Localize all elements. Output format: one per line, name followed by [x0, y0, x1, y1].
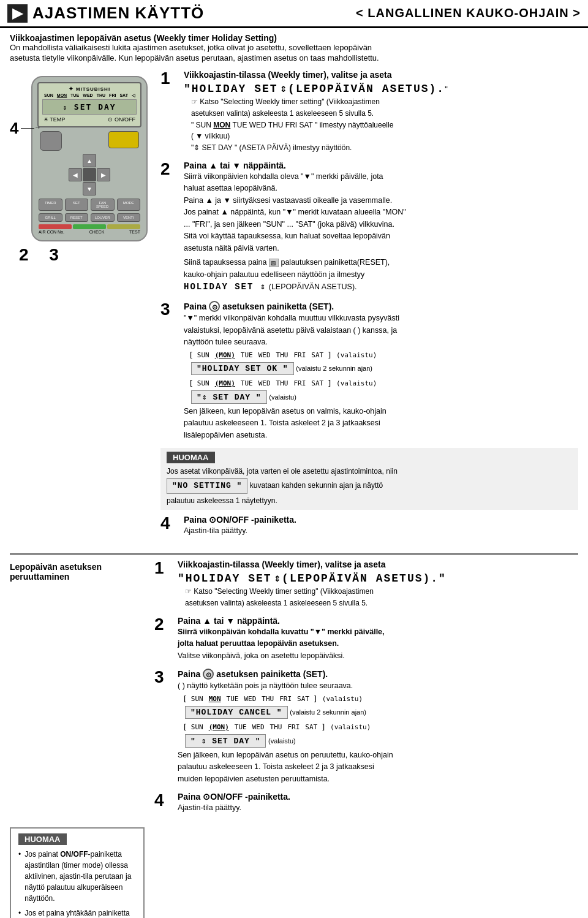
d2-mon: (MON): [213, 379, 237, 388]
lep-step-3-heading: Paina ⊙ asetuksen painiketta (SET).: [178, 669, 578, 680]
btn-mode[interactable]: MODE: [117, 199, 141, 211]
btn-fan-speed[interactable]: FAN SPEED: [91, 199, 115, 211]
lep-step-2-content: Paina ▲ tai ▼ näppäintä. Siirrä viikonpä…: [178, 616, 578, 663]
remote-screen: ✦ MITSUBISHI SUN MON TUE WED THU FRI SAT…: [37, 82, 141, 127]
lep-step-1-content: Viikkoajastin-tilassa (Weekly timer), va…: [178, 560, 578, 610]
huomaa-bullet-2: • Jos et paina yhtäkään painiketta usean…: [18, 908, 136, 918]
nav-down[interactable]: ▼: [83, 182, 96, 195]
nav-right[interactable]: ▶: [97, 168, 110, 181]
nav-center[interactable]: [83, 168, 96, 181]
ld2-fri: FRI: [285, 723, 301, 732]
lep-step-3-after3: muiden lepopäivien asetusten peruuttamis…: [178, 774, 578, 785]
lepopäivän-layout: Lepopäivän asetuksen peruuttaminen 1 Vii…: [10, 560, 578, 821]
header-icon: ▶: [7, 4, 28, 23]
remote-btn-right[interactable]: [108, 131, 139, 148]
nav-empty-tl: [69, 154, 82, 167]
d1-tue: TUE: [239, 351, 255, 360]
remote-grid-btns-2: GRILL RESET LOUVER VENTI: [37, 213, 141, 222]
lep-step-4-num: 4: [154, 792, 174, 809]
lep-step-1-note2: asetuksen valinta) askeleesta 1 askelees…: [185, 598, 578, 609]
screen-days: SUN MON TUE WED THU FRI SAT ◁: [42, 93, 137, 98]
remote-btn-left[interactable]: [40, 131, 62, 151]
nav-empty-bl: [69, 182, 82, 195]
lep-step-3-text1: ( ) näyttö kytketään pois ja näyttöön tu…: [178, 681, 578, 692]
btn-louver[interactable]: LOUVER: [91, 213, 115, 222]
status-red: [39, 224, 72, 229]
ld1-wed: WED: [242, 694, 258, 704]
btn-reset[interactable]: RESET: [65, 213, 89, 222]
lep-step-2: 2 Paina ▲ tai ▼ näppäintä. Siirrä viikon…: [154, 616, 578, 663]
huomaa-bottom-box: HUOMAA • Jos painat ON/OFF-painiketta aj…: [10, 827, 145, 918]
brand-text: MITSUBISHI: [76, 86, 110, 92]
check-label: CHECK: [89, 230, 105, 234]
onoff-icon: ⊙ ON/OFF: [108, 116, 135, 123]
day-display-2: [ SUN (MON) TUE WED THU FRI SAT ] (valai…: [189, 379, 578, 405]
nav-left[interactable]: ◀: [69, 168, 82, 181]
step-1-heading: Viikkoajastin-tilassa (Weekly timer), va…: [184, 70, 578, 80]
no-setting-box: "NO SETTING ": [167, 478, 247, 494]
main-content: 4 ——→ ✦ MITSUBISHI SUN MON TUE WED THU F…: [0, 65, 588, 548]
remote-grid-btns-1: TIMER SET FAN SPEED MODE: [37, 199, 141, 211]
d1-fri: FRI: [292, 351, 307, 360]
d2-sat: SAT: [309, 379, 325, 388]
lep-step-1: 1 Viikkoajastin-tilassa (Weekly timer), …: [154, 560, 578, 610]
nav-up[interactable]: ▲: [83, 154, 96, 167]
remote-nav-block: ▲ ◀ ▶ ▼: [37, 154, 141, 195]
step-2-content: Paina ▲ tai ▼ näppäintä. Siirrä viikonpä…: [184, 161, 578, 295]
day-fri: FRI: [109, 93, 116, 98]
step-4-block: 4 Paina ⊙ON/OFF -painiketta. Ajastin-til…: [160, 515, 578, 538]
step-1-note4: "⇕ SET DAY " (ASETA PÄIVÄ) ilmestyy näyt…: [191, 143, 578, 153]
step-2-text5: ... "FRI", ja sen jälkeen "SUN" ... "SAT…: [184, 219, 578, 230]
btn-venti[interactable]: VENTI: [117, 213, 141, 222]
bullet-1-text: Jos painat ON/OFF-painiketta ajastintila…: [24, 849, 136, 904]
ld1-thu: THU: [260, 694, 276, 704]
remote-control: ✦ MITSUBISHI SUN MON TUE WED THU FRI SAT…: [31, 76, 148, 241]
remote-nav-cross: ▲ ◀ ▶ ▼: [69, 154, 110, 195]
ld1-sat: SAT: [295, 694, 311, 704]
lep-holiday-set-arrow: ⇕(LEPOPÄIVÄN ASETUS).": [274, 572, 447, 585]
step-1-content: Viikkoajastin-tilassa (Weekly timer), va…: [184, 70, 578, 154]
d1-wed: WED: [257, 351, 273, 360]
step-3-block: 3 Paina ⊙ asetuksen painiketta (SET). "▼…: [160, 301, 578, 442]
day-sun: SUN: [44, 93, 53, 98]
huomaa-bottom-content: • Jos painat ON/OFF-painiketta ajastinti…: [18, 849, 136, 918]
ld2-wed: WED: [251, 723, 266, 732]
day-thu: THU: [97, 93, 105, 98]
page-header: ▶ AJASTIMEN KÄYTTÖ < LANGALLINEN KAUKO-O…: [0, 0, 588, 28]
holiday-ok-display: "HOLIDAY SET OK " (valaistu 2 sekunnin a…: [191, 361, 578, 376]
ld1-mon: MON: [207, 694, 223, 704]
valaistu-1: (valaistu): [336, 351, 377, 359]
step-4-text: Ajastin-tila päättyy.: [184, 526, 578, 537]
huomaa-1-text: Jos asetat viikonpäivää, jota varten ei …: [167, 466, 572, 506]
step-2-text8: Siinä tapauksessa paina ▧ palautuksen pa…: [184, 257, 578, 268]
lep-step-3-content: Paina ⊙ asetuksen painiketta (SET). ( ) …: [178, 669, 578, 786]
lep-step-2-text3: Valitse viikonpäivä, joka on asetettu le…: [178, 651, 578, 662]
step-1-note1: ☞ Katso "Selecting Weekly timer setting"…: [191, 97, 578, 107]
test-label: TEST: [129, 230, 140, 234]
left-column: 4 ——→ ✦ MITSUBISHI SUN MON TUE WED THU F…: [10, 70, 151, 544]
callouts-container: 2 3: [19, 245, 160, 265]
status-green: [73, 224, 106, 229]
lep-step-2-heading: Paina ▲ tai ▼ näppäintä.: [178, 616, 578, 626]
intro-block: Viikkoajastimen lepopäivän asetus (Weekl…: [0, 28, 588, 65]
lep-step-4: 4 Paina ⊙ON/OFF -painiketta. Ajastin-til…: [154, 792, 578, 815]
step-3-text1: "▼" merkki viikonpäivän kohdalla muuttuu…: [184, 313, 578, 324]
step-2-text1: Siirrä viikonpäivien kohdalla oleva "▼" …: [184, 172, 578, 183]
btn-timer[interactable]: TIMER: [39, 199, 62, 211]
step-1-note3b: ( ▼ vilkkuu): [191, 131, 578, 142]
d2-fri: FRI: [292, 379, 307, 388]
lep-day-row-2: [ SUN (MON) TUE WED THU FRI SAT ] (valai…: [183, 723, 578, 732]
section-divider: [10, 553, 578, 555]
btn-grill[interactable]: GRILL: [39, 213, 62, 222]
remote-top-buttons: [37, 131, 141, 151]
btn-set[interactable]: SET: [65, 199, 89, 211]
step-2-text6: Sitä voi käyttää tapauksessa, kun haluat…: [184, 231, 578, 242]
step-1-note2: asetuksen valinta) askeleesta 1 askelees…: [191, 108, 578, 119]
lep-set-day-display-block: " ⇕ SET DAY " (valaistu): [185, 733, 578, 749]
d2-wed: WED: [257, 379, 273, 388]
step-1-number: 1: [160, 70, 180, 87]
ld2-tue: TUE: [233, 723, 249, 732]
temp-icon: ☀ TEMP: [43, 116, 65, 123]
lep-step-1-num: 1: [154, 560, 174, 577]
d2-sun: SUN: [195, 379, 211, 388]
